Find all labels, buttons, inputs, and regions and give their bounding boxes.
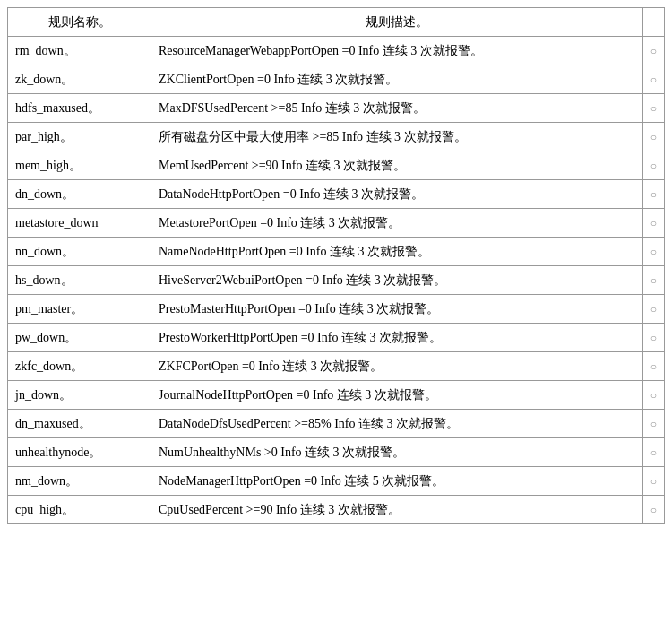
edit-icon: ○: [650, 45, 657, 57]
rule-description: NameNodeHttpPortOpen =0 Info 连续 3 次就报警。: [151, 238, 643, 266]
edit-icon: ○: [650, 131, 657, 143]
rule-description: DataNodeHttpPortOpen =0 Info 连续 3 次就报警。: [151, 180, 643, 209]
edit-button[interactable]: ○: [642, 266, 664, 295]
edit-button[interactable]: ○: [642, 94, 664, 123]
edit-icon: ○: [650, 274, 657, 287]
main-container: 规则名称。 规则描述。 rm_down。ResourceManagerWebap…: [0, 0, 672, 532]
edit-button[interactable]: ○: [642, 238, 664, 266]
edit-icon: ○: [650, 360, 657, 373]
rule-name: nn_down。: [8, 238, 151, 266]
table-row: metastore_downMetastorePortOpen =0 Info …: [8, 209, 665, 238]
rule-description: 所有磁盘分区中最大使用率 >=85 Info 连续 3 次就报警。: [151, 123, 643, 151]
rule-description: HiveServer2WebuiPortOpen =0 Info 连续 3 次就…: [151, 266, 643, 295]
table-row: dn_down。DataNodeHttpPortOpen =0 Info 连续 …: [8, 180, 665, 209]
table-row: zk_down。ZKClientPortOpen =0 Info 连续 3 次就…: [8, 65, 665, 94]
edit-icon: ○: [650, 217, 657, 229]
table-row: nm_down。NodeManagerHttpPortOpen =0 Info …: [8, 467, 665, 496]
table-row: zkfc_down。ZKFCPortOpen =0 Info 连续 3 次就报警…: [8, 352, 665, 381]
rule-description: PrestoWorkerHttpPortOpen =0 Info 连续 3 次就…: [151, 324, 643, 352]
rule-description: ZKClientPortOpen =0 Info 连续 3 次就报警。: [151, 65, 643, 94]
table-header-row: 规则名称。 规则描述。: [8, 8, 665, 37]
rule-name: zkfc_down。: [8, 352, 151, 381]
rule-name: pm_master。: [8, 295, 151, 324]
edit-icon: ○: [650, 332, 657, 344]
header-action: [642, 8, 664, 37]
table-row: mem_high。MemUsedPercent >=90 Info 连续 3 次…: [8, 151, 665, 180]
edit-button[interactable]: ○: [642, 37, 664, 65]
rule-name: hs_down。: [8, 266, 151, 295]
rule-name: hdfs_maxused。: [8, 94, 151, 123]
edit-icon: ○: [650, 504, 657, 516]
edit-button[interactable]: ○: [642, 438, 664, 467]
rule-description: ZKFCPortOpen =0 Info 连续 3 次就报警。: [151, 352, 643, 381]
edit-button[interactable]: ○: [642, 352, 664, 381]
edit-icon: ○: [650, 74, 657, 86]
rule-description: PrestoMasterHttpPortOpen =0 Info 连续 3 次就…: [151, 295, 643, 324]
table-row: dn_maxused。DataNodeDfsUsedPercent >=85% …: [8, 410, 665, 438]
table-row: par_high。所有磁盘分区中最大使用率 >=85 Info 连续 3 次就报…: [8, 123, 665, 151]
edit-button[interactable]: ○: [642, 467, 664, 496]
edit-button[interactable]: ○: [642, 65, 664, 94]
table-row: cpu_high。CpuUsedPercent >=90 Info 连续 3 次…: [8, 496, 665, 524]
rule-name: rm_down。: [8, 37, 151, 65]
table-row: jn_down。JournalNodeHttpPortOpen =0 Info …: [8, 381, 665, 410]
table-row: hdfs_maxused。MaxDFSUsedPercent >=85 Info…: [8, 94, 665, 123]
edit-button[interactable]: ○: [642, 209, 664, 238]
edit-icon: ○: [650, 303, 657, 316]
rule-description: DataNodeDfsUsedPercent >=85% Info 连续 3 次…: [151, 410, 643, 438]
edit-button[interactable]: ○: [642, 324, 664, 352]
rule-description: ResourceManagerWebappPortOpen =0 Info 连续…: [151, 37, 643, 65]
edit-button[interactable]: ○: [642, 410, 664, 438]
rule-description: MaxDFSUsedPercent >=85 Info 连续 3 次就报警。: [151, 94, 643, 123]
edit-icon: ○: [650, 446, 657, 459]
rule-description: MemUsedPercent >=90 Info 连续 3 次就报警。: [151, 151, 643, 180]
rule-name: par_high。: [8, 123, 151, 151]
table-row: unhealthynode。NumUnhealthyNMs >0 Info 连续…: [8, 438, 665, 467]
edit-button[interactable]: ○: [642, 151, 664, 180]
rule-name: zk_down。: [8, 65, 151, 94]
rule-description: JournalNodeHttpPortOpen =0 Info 连续 3 次就报…: [151, 381, 643, 410]
edit-button[interactable]: ○: [642, 123, 664, 151]
rule-name: dn_maxused。: [8, 410, 151, 438]
table-row: rm_down。ResourceManagerWebappPortOpen =0…: [8, 37, 665, 65]
edit-icon: ○: [650, 475, 657, 488]
rule-name: unhealthynode。: [8, 438, 151, 467]
rule-name: metastore_down: [8, 209, 151, 238]
edit-icon: ○: [650, 246, 657, 258]
rule-name: cpu_high。: [8, 496, 151, 524]
edit-icon: ○: [650, 418, 657, 430]
edit-button[interactable]: ○: [642, 180, 664, 209]
rule-description: MetastorePortOpen =0 Info 连续 3 次就报警。: [151, 209, 643, 238]
edit-button[interactable]: ○: [642, 381, 664, 410]
rule-description: NodeManagerHttpPortOpen =0 Info 连续 5 次就报…: [151, 467, 643, 496]
edit-icon: ○: [650, 102, 657, 115]
rules-table: 规则名称。 规则描述。 rm_down。ResourceManagerWebap…: [7, 7, 665, 524]
edit-icon: ○: [650, 188, 657, 201]
edit-icon: ○: [650, 389, 657, 402]
rule-name: nm_down。: [8, 467, 151, 496]
table-row: pm_master。PrestoMasterHttpPortOpen =0 In…: [8, 295, 665, 324]
rule-name: mem_high。: [8, 151, 151, 180]
table-row: nn_down。NameNodeHttpPortOpen =0 Info 连续 …: [8, 238, 665, 266]
edit-button[interactable]: ○: [642, 295, 664, 324]
rule-description: NumUnhealthyNMs >0 Info 连续 3 次就报警。: [151, 438, 643, 467]
rule-name: dn_down。: [8, 180, 151, 209]
edit-button[interactable]: ○: [642, 496, 664, 524]
edit-icon: ○: [650, 160, 657, 172]
rule-description: CpuUsedPercent >=90 Info 连续 3 次就报警。: [151, 496, 643, 524]
rule-name: jn_down。: [8, 381, 151, 410]
table-row: hs_down。HiveServer2WebuiPortOpen =0 Info…: [8, 266, 665, 295]
header-description: 规则描述。: [151, 8, 643, 37]
table-row: pw_down。PrestoWorkerHttpPortOpen =0 Info…: [8, 324, 665, 352]
header-name: 规则名称。: [8, 8, 151, 37]
rule-name: pw_down。: [8, 324, 151, 352]
